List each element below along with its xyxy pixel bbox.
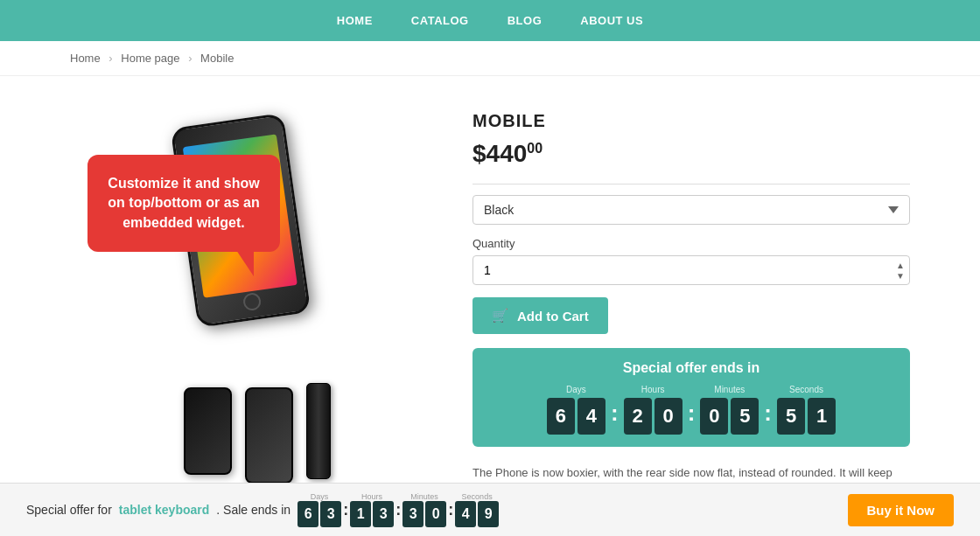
bottom-minutes-digit-1: 3: [402, 501, 424, 527]
bottom-hours-digit-2: 3: [373, 501, 394, 527]
bottom-bar-link[interactable]: tablet keyboard: [119, 503, 209, 517]
bottom-days-label: Days: [298, 492, 341, 501]
minutes-digits: 0 5: [700, 398, 759, 435]
main-content: Customize it and show on top/bottom or a…: [0, 76, 980, 527]
sep-2: :: [686, 400, 697, 427]
bottom-minutes-group: Minutes 3 0: [402, 492, 446, 527]
minutes-label: Minutes: [700, 385, 759, 394]
nav-catalog[interactable]: CATALOG: [392, 0, 488, 41]
phone-button: [242, 292, 262, 312]
product-details: MOBILE $44000 Black White Silver Quantit…: [472, 102, 910, 501]
bottom-sep-2: :: [396, 501, 401, 519]
add-to-cart-button[interactable]: 🛒 Add to Cart: [472, 297, 608, 334]
bottom-minutes-label: Minutes: [402, 492, 446, 501]
add-to-cart-label: Add to Cart: [517, 309, 589, 324]
breadcrumb-home[interactable]: Home: [70, 52, 101, 65]
quantity-arrows[interactable]: ▲ ▼: [896, 261, 905, 281]
seconds-digit-2: 1: [808, 398, 836, 435]
product-price: $44000: [472, 140, 910, 168]
bottom-days-digit-2: 3: [320, 501, 341, 527]
seconds-label: Seconds: [777, 385, 836, 394]
product-title: MOBILE: [472, 111, 910, 131]
sep-1: :: [609, 400, 620, 427]
bottom-seconds-digit-1: 4: [455, 501, 476, 527]
countdown-hours-group: Hours 2 0: [624, 385, 682, 435]
qty-down-icon[interactable]: ▼: [896, 271, 905, 281]
hours-label: Hours: [624, 385, 682, 394]
breadcrumb-homepage[interactable]: Home page: [121, 52, 179, 65]
minutes-digit-2: 5: [731, 398, 759, 435]
days-digits: 6 4: [547, 398, 606, 435]
bottom-countdown-timer: Days 6 3 : Hours 1 3 : Minutes 3 0 :: [298, 492, 499, 527]
seconds-digit-1: 5: [777, 398, 805, 435]
countdown-days-group: Days 6 4: [547, 385, 606, 435]
bottom-minutes-digit-2: 0: [425, 501, 446, 527]
bottom-seconds-group: Seconds 4 9: [455, 492, 499, 527]
quantity-input-wrap: ▲ ▼: [472, 255, 910, 285]
hours-digit-2: 0: [654, 398, 682, 435]
countdown-timer: Days 6 4 : Hours 2 0 :: [488, 385, 894, 435]
hours-digit-1: 2: [624, 398, 652, 435]
bottom-days-group: Days 6 3: [298, 492, 341, 527]
nav-blog[interactable]: BLOG: [488, 0, 562, 41]
bottom-hours-digit-1: 1: [350, 501, 371, 527]
qty-up-icon[interactable]: ▲: [896, 261, 905, 270]
nav-about[interactable]: ABOUT US: [561, 0, 662, 41]
days-digit-2: 4: [578, 398, 606, 435]
breadcrumb-sep-1: ›: [108, 52, 112, 65]
bottom-seconds-label: Seconds: [455, 492, 499, 501]
minutes-digit-1: 0: [700, 398, 728, 435]
breadcrumb-sep-2: ›: [188, 52, 192, 65]
bottom-hours-label: Hours: [350, 492, 394, 501]
nav-home[interactable]: HOME: [318, 0, 392, 41]
main-nav: HOME CATALOG BLOG ABOUT US: [0, 0, 980, 41]
bottom-bar-text: Special offer for: [26, 503, 112, 517]
countdown-minutes-group: Minutes 0 5: [700, 385, 759, 435]
breadcrumb-mobile[interactable]: Mobile: [200, 52, 234, 65]
hours-digits: 2 0: [624, 398, 682, 435]
bottom-sep-1: :: [343, 501, 348, 519]
phone-thin: [306, 383, 331, 479]
bottom-days-digits: 6 3: [298, 501, 341, 527]
countdown-widget: Special offer ends in Days 6 4 : Hours 2: [472, 348, 910, 447]
phone-small-2: [245, 387, 293, 484]
bottom-hours-group: Hours 1 3: [350, 492, 394, 527]
price-cents: 00: [527, 141, 542, 156]
countdown-title: Special offer ends in: [488, 360, 894, 376]
bottom-sep-3: :: [448, 501, 453, 519]
quantity-label: Quantity: [472, 237, 910, 250]
bottom-minutes-digits: 3 0: [402, 501, 446, 527]
days-label: Days: [547, 385, 606, 394]
bottom-days-digit-1: 6: [298, 501, 318, 527]
bottom-seconds-digits: 4 9: [455, 501, 499, 527]
quantity-input[interactable]: [472, 255, 910, 285]
tooltip-text: Customize it and show on top/bottom or a…: [108, 176, 259, 230]
cart-icon: 🛒: [492, 308, 508, 324]
buy-now-button[interactable]: Buy it Now: [848, 494, 955, 526]
product-image-area: Customize it and show on top/bottom or a…: [70, 102, 438, 501]
seconds-digits: 5 1: [777, 398, 836, 435]
bottom-seconds-digit-2: 9: [478, 501, 499, 527]
sep-3: :: [762, 400, 774, 427]
bottom-hours-digits: 1 3: [350, 501, 394, 527]
bottom-bar-sale-text: . Sale ends in: [216, 503, 290, 517]
tooltip-bubble: Customize it and show on top/bottom or a…: [88, 155, 280, 252]
breadcrumb: Home › Home page › Mobile: [0, 41, 980, 76]
phone-small-1: [184, 387, 232, 475]
days-digit-1: 6: [547, 398, 575, 435]
countdown-seconds-group: Seconds 5 1: [777, 385, 836, 435]
variant-select[interactable]: Black White Silver: [472, 195, 910, 225]
bottom-bar: Special offer for tablet keyboard . Sale…: [0, 483, 980, 527]
divider-1: [472, 184, 910, 184]
price-whole: $440: [472, 140, 527, 167]
